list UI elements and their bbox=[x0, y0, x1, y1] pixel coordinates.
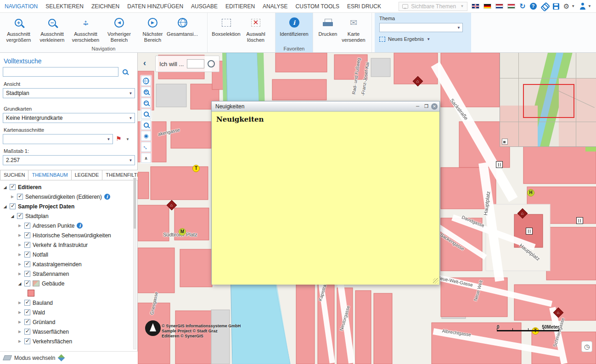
transit-poi-icon[interactable]: M bbox=[179, 228, 186, 235]
building-poi-icon[interactable] bbox=[526, 228, 533, 235]
sidebar-collapse-button[interactable]: ‹ bbox=[143, 58, 146, 68]
checkbox[interactable] bbox=[24, 280, 30, 286]
overview-globe-button[interactable] bbox=[141, 76, 151, 86]
overview-map[interactable] bbox=[500, 53, 596, 147]
scrollbar-thumb[interactable] bbox=[134, 178, 136, 229]
building-poi-icon[interactable] bbox=[496, 161, 503, 168]
checkbox[interactable] bbox=[17, 194, 23, 200]
hotel-poi-icon[interactable]: H bbox=[527, 189, 534, 196]
expand-icon[interactable]: ▶ bbox=[17, 330, 22, 334]
checkbox[interactable] bbox=[24, 329, 30, 335]
tab-legende[interactable]: LEGENDE bbox=[72, 170, 103, 180]
tram-stop-icon[interactable]: T bbox=[192, 165, 200, 172]
minimize-icon[interactable]: ─ bbox=[414, 103, 422, 110]
menu-navigation[interactable]: NAVIGATION bbox=[5, 3, 38, 10]
expand-icon[interactable]: ▶ bbox=[17, 320, 22, 324]
neues-ergebnis-dropdown[interactable]: Neues Ergebnis ▼ bbox=[379, 36, 467, 42]
expand-icon[interactable]: ▶ bbox=[17, 233, 22, 237]
menu-daten-hinzufuegen[interactable]: DATEN HINZUFÜGEN bbox=[127, 3, 183, 10]
tree-item-adressen-punkte[interactable]: ▶Adressen Punktei bbox=[0, 221, 132, 230]
tree-item-wald[interactable]: ▶Wald bbox=[0, 308, 132, 317]
checkbox[interactable] bbox=[24, 242, 30, 248]
help-icon[interactable]: ? bbox=[530, 3, 537, 10]
history-icon[interactable]: ↻ bbox=[519, 3, 525, 10]
menu-zeichnen[interactable]: ZEICHNEN bbox=[91, 3, 119, 10]
tree-item-sehenswuerdigkeiten-edit[interactable]: ▶Sehenswürdigkeiten (Editieren)i bbox=[0, 192, 132, 202]
tree-item-historische-sehenswuerdigkeiten[interactable]: ▶Historische Sehenswürdigkeiten bbox=[0, 230, 132, 240]
save-icon[interactable] bbox=[553, 3, 559, 10]
flag-netherlands-icon[interactable] bbox=[495, 4, 503, 9]
zoom-out-button[interactable]: − Ausschnitt verkleinern bbox=[35, 14, 69, 43]
expand-icon[interactable]: ◢ bbox=[17, 281, 22, 286]
tree-item-gebaeude[interactable]: ◢Gebäude bbox=[0, 279, 132, 288]
expand-icon[interactable]: ▶ bbox=[17, 310, 22, 314]
print-button[interactable]: Drucken bbox=[315, 14, 341, 37]
link-icon[interactable] bbox=[540, 2, 549, 11]
full-extent-button[interactable]: ↔ bbox=[141, 142, 151, 152]
add-bookmark-icon[interactable]: ⚑ bbox=[116, 135, 122, 142]
checkbox[interactable] bbox=[10, 184, 16, 190]
thema-dropdown[interactable]: ▼ bbox=[379, 23, 463, 32]
tree-item-sample-project[interactable]: ◢Sample Project Daten bbox=[0, 202, 132, 211]
checkbox[interactable] bbox=[24, 252, 30, 258]
menu-esri-druck[interactable]: ESRI DRUCK bbox=[347, 3, 381, 10]
expand-icon[interactable]: ◢ bbox=[3, 204, 7, 209]
checkbox[interactable] bbox=[17, 213, 23, 219]
full-extent-button[interactable]: Gesamtansi... bbox=[169, 14, 195, 37]
massstab-dropdown[interactable]: 2.257 ▼ bbox=[3, 155, 135, 165]
expand-icon[interactable]: ▶ bbox=[17, 339, 22, 343]
close-icon[interactable]: ✕ bbox=[431, 103, 438, 110]
checkbox[interactable] bbox=[24, 319, 30, 325]
tree-item-strassennamen[interactable]: ▶Straßennamen bbox=[0, 269, 132, 279]
tree-item-wasserflaechen[interactable]: ▶Wasserflächen bbox=[0, 327, 132, 336]
checkbox[interactable] bbox=[10, 203, 16, 209]
zoom-window-button[interactable] bbox=[141, 109, 151, 119]
checkbox[interactable] bbox=[24, 271, 30, 277]
expand-icon[interactable]: ▶ bbox=[17, 262, 22, 266]
flag-hungary-icon[interactable] bbox=[507, 4, 515, 9]
tree-item-verkehrsflaechen[interactable]: ▶Verkehrsflächen bbox=[0, 336, 132, 346]
expand-icon[interactable]: ◢ bbox=[3, 185, 7, 190]
map-viewport[interactable]: akengasse Südtiroler Platz Griesgasse Ka… bbox=[138, 53, 596, 364]
tree-item-editieren[interactable]: ◢Editieren bbox=[0, 182, 132, 192]
window-titlebar[interactable]: Neuigkeiten ─ ❐ ✕ bbox=[212, 101, 439, 112]
gear-icon[interactable]: ⚙ bbox=[563, 3, 569, 10]
clear-selection-button[interactable]: ✕ Auswahl löschen bbox=[243, 14, 269, 43]
zoom-pointer-button[interactable] bbox=[141, 120, 151, 130]
expand-icon[interactable]: ▶ bbox=[17, 252, 22, 257]
info-icon[interactable]: i bbox=[104, 194, 110, 200]
grundkarten-dropdown[interactable]: Keine Hintergrundkarte ▼ bbox=[3, 113, 135, 123]
tree-item-verkehr-infrastruktur[interactable]: ▶Verkehr & Infrastruktur bbox=[0, 240, 132, 250]
send-map-button[interactable]: ✉ Karte versenden bbox=[341, 14, 366, 43]
checkbox[interactable] bbox=[24, 300, 30, 306]
expand-icon[interactable]: ▶ bbox=[17, 272, 22, 276]
bookmark-menu-caret-icon[interactable]: ▼ bbox=[126, 137, 129, 141]
identify-button[interactable]: i Identifizieren bbox=[277, 14, 311, 37]
tree-item-bauland[interactable]: ▶Bauland bbox=[0, 298, 132, 308]
checkbox[interactable] bbox=[24, 309, 30, 315]
tree-item-notfall[interactable]: ▶Notfall bbox=[0, 250, 132, 259]
restore-icon[interactable]: ❐ bbox=[422, 103, 430, 110]
resize-grip[interactable] bbox=[433, 278, 439, 284]
sichtbare-themen-dropdown[interactable]: Sichtbare Themen ▼ bbox=[399, 2, 467, 11]
menu-ausgabe[interactable]: AUSGABE bbox=[191, 3, 218, 10]
checkbox[interactable] bbox=[24, 232, 30, 238]
tree-item-katastralgemeinden[interactable]: ▶Katastralgemeinden bbox=[0, 259, 132, 269]
overview-collapse-icon[interactable] bbox=[502, 139, 508, 145]
map-zoom-out-button[interactable]: − bbox=[141, 98, 151, 108]
box-selection-button[interactable]: Boxselektion bbox=[209, 14, 243, 37]
expand-icon[interactable]: ▶ bbox=[17, 301, 22, 305]
expand-icon[interactable]: ▶ bbox=[10, 195, 15, 199]
checkbox[interactable] bbox=[24, 261, 30, 267]
kartenausschnitte-dropdown[interactable]: ▼ bbox=[3, 134, 113, 144]
menu-analyse[interactable]: ANALYSE bbox=[263, 3, 287, 10]
history-clock-button[interactable]: ◷ bbox=[581, 341, 592, 352]
menu-custom-tools[interactable]: CUSTOM TOOLS bbox=[296, 3, 339, 10]
map-zoom-in-button[interactable]: + bbox=[141, 87, 151, 97]
building-poi-icon[interactable] bbox=[576, 217, 583, 224]
pan-button[interactable]: ↔↕ Ausschnitt verschieben bbox=[69, 14, 102, 43]
checkbox[interactable] bbox=[24, 223, 30, 229]
ich-will-input[interactable] bbox=[187, 59, 204, 68]
fulltext-search-input[interactable] bbox=[3, 67, 118, 77]
search-icon[interactable] bbox=[123, 69, 128, 74]
